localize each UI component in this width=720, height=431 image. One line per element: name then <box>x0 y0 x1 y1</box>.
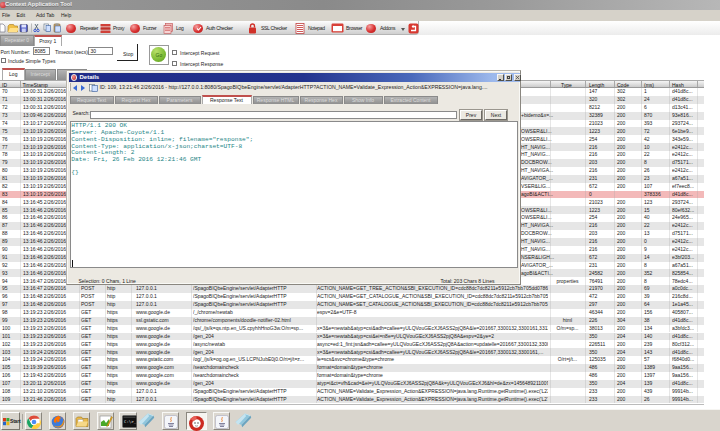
svg-text:C:\>_: C:\>_ <box>124 418 137 423</box>
